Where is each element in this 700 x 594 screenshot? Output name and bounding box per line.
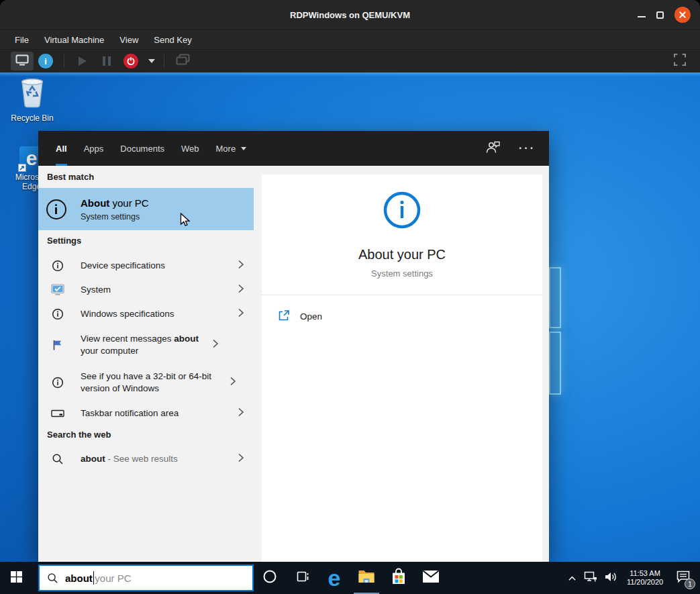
- menu-virtual-machine[interactable]: Virtual Machine: [42, 34, 106, 46]
- result-title: About your PC: [81, 197, 244, 210]
- volume-button[interactable]: [601, 562, 621, 594]
- search-suggestion-text: your PC: [95, 573, 131, 584]
- clock-date: 11/20/2020: [624, 578, 666, 587]
- windows-taskbar: about your PC e: [0, 562, 700, 594]
- info-icon: [51, 377, 64, 389]
- taskbar-mail-button[interactable]: [415, 562, 447, 594]
- shortcut-arrow-icon: [18, 164, 26, 172]
- wallpaper-logo-pane: [549, 332, 561, 395]
- vm-window: RDPWindows on QEMU/KVM File Virtual Mach…: [0, 0, 700, 594]
- windows-search-panel: All Apps Documents Web More ··· Best mat…: [38, 131, 549, 562]
- system-tray: 11:53 AM 11/20/2020 1: [563, 562, 700, 594]
- maximize-button[interactable]: [656, 11, 664, 19]
- dropdown-caret-icon: [148, 59, 155, 63]
- chevron-right-icon: [238, 308, 244, 320]
- menu-view[interactable]: View: [117, 34, 140, 46]
- volume-icon: [604, 571, 617, 585]
- mouse-cursor: [180, 213, 191, 230]
- account-icon[interactable]: [485, 140, 501, 157]
- display-icon: [15, 54, 29, 68]
- minimize-button[interactable]: [638, 16, 646, 17]
- chevron-down-icon: [241, 147, 246, 150]
- show-vm-info-button[interactable]: i: [34, 52, 58, 70]
- info-icon: [46, 199, 66, 219]
- result-see-if-32bit-64bit[interactable]: See if you have a 32-bit or 64-bit versi…: [38, 365, 254, 400]
- taskbar-apps: e: [254, 562, 447, 594]
- titlebar[interactable]: RDPWindows on QEMU/KVM: [0, 0, 700, 30]
- info-icon: [51, 260, 64, 272]
- close-button[interactable]: [674, 7, 691, 23]
- start-button[interactable]: [0, 562, 32, 594]
- pause-icon: [103, 56, 111, 66]
- taskbar-edge-button[interactable]: e: [318, 562, 350, 594]
- best-match-result-about-your-pc[interactable]: About your PC System settings: [38, 188, 254, 230]
- toolbar-separator: [164, 54, 164, 68]
- tab-more[interactable]: More: [216, 131, 247, 166]
- toolbar-separator: [64, 54, 64, 68]
- chevron-right-icon: [238, 284, 244, 296]
- menu-file[interactable]: File: [13, 34, 31, 46]
- show-graphical-console-button[interactable]: [11, 52, 34, 70]
- desktop-icon-recycle-bin[interactable]: Recycle Bin: [10, 77, 54, 123]
- cortana-icon: [262, 569, 277, 587]
- result-subtitle: System settings: [81, 212, 244, 221]
- tray-overflow-button[interactable]: [563, 562, 581, 594]
- desktop-icon-label: Recycle Bin: [10, 113, 54, 123]
- preview-card: About your PC System settings Open: [262, 175, 542, 562]
- cortana-button[interactable]: [254, 562, 286, 594]
- taskbar-search-input[interactable]: about your PC: [38, 564, 254, 591]
- result-windows-specifications[interactable]: Windows specifications: [38, 302, 254, 326]
- file-explorer-icon: [358, 569, 375, 587]
- virtual-displays-button[interactable]: [170, 52, 195, 70]
- text-caret: [93, 571, 95, 585]
- open-action[interactable]: Open: [262, 295, 542, 337]
- network-status-button[interactable]: [581, 562, 601, 594]
- wallpaper-logo-pane: [549, 267, 561, 328]
- fullscreen-button[interactable]: [668, 52, 692, 70]
- mail-icon: [422, 570, 440, 586]
- edge-icon: e: [328, 566, 341, 589]
- taskbar-file-explorer-button[interactable]: [350, 562, 383, 594]
- info-icon: [51, 308, 64, 320]
- shutdown-menu-button[interactable]: [143, 52, 158, 70]
- tab-documents[interactable]: Documents: [120, 131, 164, 166]
- result-web-about[interactable]: about - See web results: [38, 447, 254, 471]
- chevron-up-icon: [568, 572, 577, 584]
- best-match-header: Best match: [47, 172, 94, 182]
- clock[interactable]: 11:53 AM 11/20/2020: [624, 569, 666, 587]
- chevron-right-icon: [212, 339, 219, 351]
- preview-title: About your PC: [358, 247, 446, 262]
- result-view-recent-messages[interactable]: View recent messages about your computer: [38, 328, 254, 362]
- clock-time: 11:53 AM: [624, 569, 666, 579]
- task-view-button[interactable]: [286, 562, 318, 594]
- search-typed-text: about: [65, 573, 93, 584]
- search-tabs-bar: All Apps Documents Web More ···: [38, 131, 549, 166]
- search-icon: [51, 453, 64, 465]
- info-icon: [383, 191, 421, 232]
- tab-apps[interactable]: Apps: [84, 131, 104, 166]
- run-button[interactable]: [70, 52, 95, 70]
- shutdown-button[interactable]: [119, 52, 143, 70]
- system-monitor-icon: [51, 284, 64, 296]
- preview-subtitle: System settings: [371, 268, 433, 279]
- chevron-right-icon: [230, 377, 236, 389]
- microsoft-store-icon: [391, 568, 407, 588]
- taskbar-store-button[interactable]: [383, 562, 415, 594]
- displays-icon: [176, 54, 190, 68]
- action-center-button[interactable]: 1: [669, 562, 697, 594]
- power-icon: [123, 54, 138, 68]
- search-icon: [47, 573, 58, 584]
- window-controls: [638, 0, 691, 30]
- open-external-icon: [278, 309, 290, 324]
- tab-web[interactable]: Web: [181, 131, 199, 166]
- menu-send-key[interactable]: Send Key: [152, 34, 193, 46]
- tab-all[interactable]: All: [56, 131, 67, 166]
- pause-button[interactable]: [95, 52, 119, 70]
- windows-logo-icon: [11, 571, 22, 585]
- result-system[interactable]: System: [38, 278, 254, 302]
- chevron-right-icon: [238, 260, 244, 272]
- info-icon: i: [38, 54, 53, 68]
- result-device-specifications[interactable]: Device specifications: [38, 254, 254, 278]
- result-taskbar-notification-area[interactable]: Taskbar notification area: [38, 401, 254, 426]
- more-options-icon[interactable]: ···: [519, 142, 536, 154]
